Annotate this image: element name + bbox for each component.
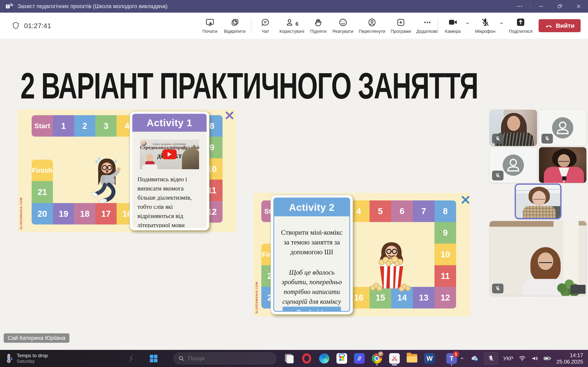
board-cell: 7 bbox=[413, 200, 434, 222]
youtube-play-icon[interactable] bbox=[162, 150, 177, 159]
participant-tile-large[interactable] bbox=[490, 221, 586, 296]
start-button[interactable] bbox=[148, 353, 159, 364]
opera-icon[interactable] bbox=[301, 353, 312, 364]
search-input[interactable] bbox=[188, 355, 250, 362]
leave-button[interactable]: Вийти bbox=[539, 19, 581, 32]
tray-clock[interactable]: 14:17 25.06.2025 bbox=[557, 352, 583, 365]
camera-icon bbox=[448, 17, 458, 27]
board-cell: 13 bbox=[413, 287, 434, 309]
share-icon bbox=[516, 17, 526, 27]
wifi-icon[interactable] bbox=[519, 355, 526, 361]
board-cell: 11 bbox=[434, 265, 456, 287]
running-indicator bbox=[376, 364, 378, 366]
activity1-video-thumbnail[interactable]: Кохва, кухарина та Вилихвил Середньонадд… bbox=[140, 140, 199, 169]
mic-button[interactable]: Мікрофон bbox=[475, 17, 495, 34]
timer-value: 01:27:41 bbox=[24, 22, 51, 30]
react-button[interactable]: Реагувати bbox=[332, 17, 354, 34]
titlebar-divider bbox=[530, 3, 530, 9]
tray-chevron-icon[interactable] bbox=[459, 356, 465, 361]
activity2-card: Activity 2 Створити міні-комікс за темою… bbox=[270, 195, 353, 315]
shared-screen-area: 2 ВАРІАНТ ПРАКТИЧНОГО ЗАНЯТТЯ SLIDESMANI… bbox=[0, 39, 588, 350]
restore-button[interactable] bbox=[550, 0, 569, 13]
edge-icon[interactable] bbox=[319, 353, 330, 364]
board-cell: 10 bbox=[434, 244, 456, 265]
chrome-notification-avatar bbox=[378, 351, 384, 357]
shield-icon bbox=[11, 21, 20, 30]
popcorn-character bbox=[367, 239, 415, 293]
battery-icon[interactable] bbox=[544, 356, 551, 361]
more-icon bbox=[423, 17, 432, 27]
participant-tile-active-speaker[interactable] bbox=[515, 184, 562, 219]
start-share-button[interactable]: Почати bbox=[201, 17, 219, 34]
teams-taskbar-icon[interactable]: T 1 bbox=[446, 353, 457, 364]
tray-time: 14:17 bbox=[570, 352, 583, 359]
running-character bbox=[87, 156, 127, 211]
tray-mic-muted-icon[interactable] bbox=[484, 352, 498, 365]
participant-tile-3[interactable] bbox=[490, 147, 537, 183]
game-board-2: SLIDESMANIA.COM Start 4 5 6 7 8 9 10 11 … bbox=[253, 193, 471, 317]
popout-icon bbox=[230, 17, 240, 27]
close-button[interactable] bbox=[569, 0, 588, 13]
apps-button[interactable]: Програми bbox=[390, 17, 411, 34]
more-button[interactable]: Додатково bbox=[416, 17, 438, 34]
app-icon-slashes[interactable]: // bbox=[354, 353, 365, 364]
titlebar-more-button[interactable] bbox=[510, 0, 529, 13]
taskbar-search[interactable] bbox=[173, 352, 277, 364]
mic-muted-icon bbox=[480, 17, 490, 27]
teams-notification-badge: 1 bbox=[453, 351, 459, 357]
react-icon bbox=[338, 17, 348, 27]
participant-tile-4[interactable] bbox=[539, 147, 586, 183]
activity2-text2: Щоб це вдалось зробити, попередньо потрі… bbox=[280, 268, 343, 307]
meeting-toolbar: 01:27:41 Почати Відкріпити bbox=[0, 13, 588, 39]
board-cell: Finish bbox=[32, 160, 53, 181]
weather-headline: Temps to drop bbox=[17, 353, 48, 359]
activity1-close-icon[interactable] bbox=[225, 111, 234, 120]
board-cell: 19 bbox=[53, 203, 74, 225]
search-icon bbox=[178, 355, 184, 361]
weather-widget[interactable]: Temps to drop Saturday bbox=[4, 350, 48, 367]
word-icon[interactable]: W bbox=[424, 353, 435, 364]
leave-label: Вийти bbox=[556, 22, 575, 29]
avatar-placeholder-icon bbox=[552, 117, 573, 138]
activity2-close-icon[interactable] bbox=[461, 195, 470, 204]
chat-icon bbox=[261, 17, 270, 27]
board-cell: 9 bbox=[434, 222, 456, 244]
chrome-icon[interactable] bbox=[371, 353, 383, 364]
participants-count: 6 bbox=[295, 21, 298, 27]
view-button[interactable]: Переглянути bbox=[359, 17, 385, 34]
participant-tile-2[interactable] bbox=[539, 110, 586, 146]
activity2-backside-button[interactable]: Backside bbox=[283, 307, 341, 312]
activity2-text1: Створити міні-комікс за темою заняття за… bbox=[280, 228, 343, 257]
onedrive-icon[interactable] bbox=[470, 355, 479, 362]
thermometer-icon bbox=[4, 353, 13, 364]
board-cell: 8 bbox=[434, 200, 456, 222]
volume-icon[interactable] bbox=[531, 355, 538, 361]
active-window-indicator bbox=[392, 364, 397, 366]
tray-date: 25.06.2025 bbox=[557, 359, 583, 365]
presenter-name-label: Сай Катерина Юріївна bbox=[4, 333, 69, 343]
share-button[interactable]: Поділитися bbox=[509, 17, 533, 34]
microsoft-store-icon[interactable] bbox=[336, 353, 347, 364]
board-cell: 2 bbox=[74, 115, 95, 137]
file-explorer-icon[interactable] bbox=[406, 353, 418, 364]
camera-chevron-icon[interactable] bbox=[465, 20, 470, 31]
windows-logo-icon bbox=[150, 355, 157, 362]
video-person bbox=[141, 152, 158, 169]
activity1-text: Подивитись відео і виписати якомога біль… bbox=[138, 175, 201, 228]
participant-tile-1[interactable] bbox=[490, 110, 537, 146]
chat-button[interactable]: Чат bbox=[257, 17, 274, 34]
video-cat bbox=[182, 149, 199, 169]
mic-chevron-icon[interactable] bbox=[499, 20, 504, 31]
titlebar: T Захист педагогічних проєктів (Школа мо… bbox=[0, 0, 588, 13]
people-button[interactable]: 6 Користувачі bbox=[279, 17, 304, 34]
camera-button[interactable]: Камера bbox=[444, 17, 462, 34]
board-cell: 6 bbox=[391, 200, 413, 222]
raise-hand-button[interactable]: Підняти bbox=[310, 17, 327, 34]
game-board-1: SLIDESMANIA.COM Start 1 2 3 4 8 9 10 11 … bbox=[17, 109, 236, 232]
task-view-icon[interactable] bbox=[283, 353, 295, 364]
unpin-button[interactable]: Відкріпити bbox=[224, 17, 246, 34]
language-indicator[interactable]: УКР bbox=[503, 355, 513, 362]
teams-app-icon: T bbox=[5, 2, 13, 10]
snipping-tool-icon[interactable] bbox=[389, 353, 400, 364]
minimize-button[interactable] bbox=[532, 0, 550, 13]
